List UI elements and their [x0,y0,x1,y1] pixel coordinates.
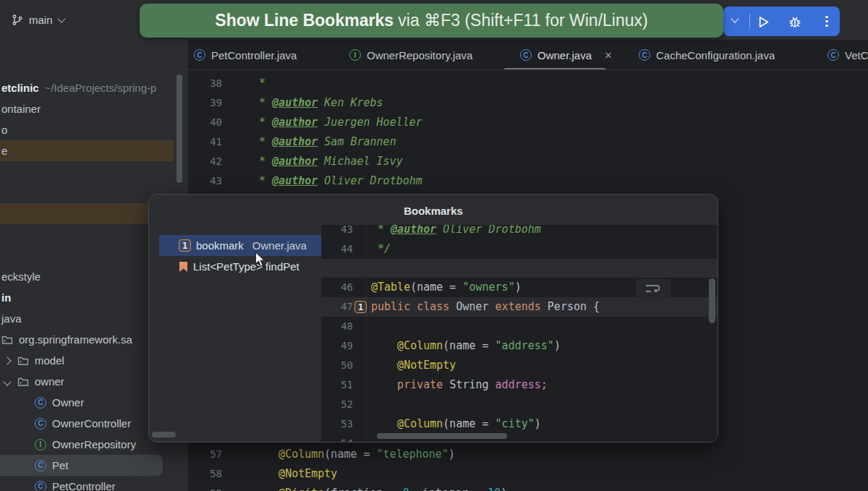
tab-vetc[interactable]: CVetC [827,40,868,70]
code-line[interactable]: 49 @Column(name = "address") [321,336,718,356]
tab-cacheconfiguration-java[interactable]: CCacheConfiguration.java [639,40,775,70]
tree-item-pet[interactable]: CPet [0,455,163,476]
line-number: 38 [188,74,222,93]
line-number: 49 [321,336,353,356]
tree-item-label: Pet [52,459,69,471]
tree-item-label: model [35,354,64,367]
tree-item-label: in [1,291,11,304]
code-text: @Column(name = "telephone") [252,445,455,464]
more-actions-kebab-icon[interactable] [820,14,833,28]
line-number: 58 [188,464,222,484]
code-line[interactable]: 38 * [188,74,868,93]
preview-hscrollbar[interactable] [377,433,507,439]
tree-chevron-icon[interactable] [3,356,11,364]
code-line[interactable]: 39 * @author Ken Krebs [188,93,868,113]
line-number: 59 [188,484,222,491]
tree-item-label: Owner [52,396,84,409]
code-line[interactable]: 53 @Column(name = "city") [321,414,718,434]
code-line[interactable]: 43 * @author Oliver Drotbohm [321,225,718,239]
line-number: 46 [321,278,353,297]
tree-chevron-icon[interactable] [3,377,11,385]
code-line[interactable]: 44 */ [321,239,718,259]
tree-item[interactable]: etclinic~/IdeaProjects/spring-p [0,77,156,98]
tab-label: Owner.java [537,49,592,61]
line-number: 39 [188,93,222,113]
bookmark-list-hscrollbar[interactable] [152,432,176,437]
tree-item-java[interactable]: java [0,308,22,329]
line-number: 42 [188,152,222,171]
tab-petcontroller-java[interactable]: CPetController.java [194,40,297,70]
tree-item-label: OwnerController [52,417,131,430]
soft-wrap-button[interactable] [636,279,671,298]
code-text: private String address; [371,375,548,395]
git-branch-icon [12,14,23,26]
tree-item-ownercontroller[interactable]: COwnerController [0,413,131,434]
tree-item-label: e [1,145,7,157]
tree-item-org-springframework-sa[interactable]: org.springframework.sa [0,329,132,350]
chevron-down-icon [57,14,65,22]
line-number: 47 [321,297,353,317]
package-icon [1,334,13,346]
code-line[interactable]: 50 @NotEmpty [321,356,718,375]
code-text: public class Owner extends Person { [371,297,600,317]
code-line[interactable]: 43 * @author Oliver Drotbohm [188,171,868,191]
line-number: 43 [321,225,353,239]
code-line[interactable]: 57 @Column(name = "telephone") [188,445,868,464]
code-line[interactable]: 48 [321,317,718,336]
class-icon: C [827,49,839,61]
tree-item-label: owner [35,375,64,388]
code-text: * [252,74,265,93]
tree-item-owner[interactable]: owner [0,371,64,392]
run-button[interactable] [755,14,771,30]
code-line[interactable]: 52 [321,395,718,414]
bookmark-flag-icon [179,261,188,273]
git-branch-label: main [29,14,53,26]
line-number: 41 [188,132,222,152]
tab-label: PetController.java [211,49,297,61]
tab-ownerrepository-java[interactable]: IOwnerRepository.java [349,40,472,70]
tree-item-owner[interactable]: COwner [0,392,84,413]
close-icon[interactable]: × [605,49,612,61]
tree-item-label: java [1,312,22,325]
interface-icon: I [349,49,361,61]
code-line[interactable]: 51 private String address; [321,375,718,395]
tree-item-o[interactable]: o [0,119,7,140]
line-number: 51 [321,375,353,395]
git-branch-widget[interactable]: main [9,9,67,31]
tree-item-model[interactable]: model [0,350,64,371]
tree-item-label: PetController [52,480,116,491]
bookmark-list-item[interactable]: List<PetType> findPet [159,256,321,277]
code-line[interactable]: 40 * @author Juergen Hoeller [188,113,868,132]
bookmark-list-item[interactable]: 1bookmarkOwner.java [159,235,321,256]
tree-item-e[interactable]: e [0,140,174,161]
code-text: * @author Ken Krebs [252,93,383,113]
code-line[interactable]: 42 * @author Michael Isvy [188,152,868,171]
tree-item-in[interactable]: in [0,287,11,308]
tree-item-label: org.springframework.sa [19,333,132,346]
tree-item[interactable] [0,203,174,224]
tab-label: CacheConfiguration.java [656,49,775,61]
tab-owner-java[interactable]: COwner.java× [520,40,612,70]
tree-item-ownerrepository[interactable]: IOwnerRepository [0,434,136,455]
tree-item-petcontroller[interactable]: CPetController [0,476,116,491]
run-config-chevron-icon[interactable] [731,14,739,22]
code-line[interactable]: 59 @Digits(fraction = 0, integer = 10) [188,484,868,491]
debug-button[interactable] [787,14,803,30]
tree-item-eckstyle[interactable]: eckstyle [0,266,41,287]
line-number: 52 [321,395,353,414]
fragment-separator [321,259,718,278]
code-line[interactable]: 58 @NotEmpty [188,464,868,484]
code-line[interactable]: 41 * @author Sam Brannen [188,132,868,152]
bookmark-preview-pane: 43 * @author Oliver Drotbohm44 */ 46@Tab… [321,225,718,443]
tree-item-ontainer[interactable]: ontainer [0,98,41,119]
bookmark-location: Owner.java [252,239,307,252]
code-line[interactable]: 47public class Owner extends Person { [321,297,718,317]
banner-shortcut-text: via ⌘F3 (Shift+F11 for Win/Linux) [393,11,648,30]
interface-icon: I [35,439,46,451]
preview-vscrollbar[interactable] [709,278,715,323]
bookmark-mnemonic-badge: 1 [179,239,191,252]
code-text: @NotEmpty [252,464,337,484]
tab-label: VetC [845,49,868,61]
project-tree-scrollbar[interactable] [176,74,182,183]
code-text: @Digits(fraction = 0, integer = 10) [252,484,507,491]
